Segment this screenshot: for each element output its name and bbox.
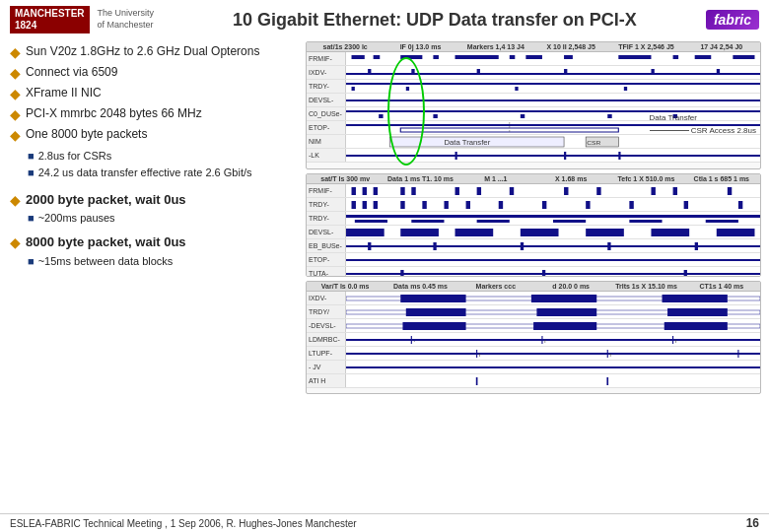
waveform-rows-3: IXDV- TRDY/ bbox=[307, 292, 760, 388]
wf1-col3: Markers 1,4 13 J4 bbox=[461, 43, 530, 50]
bullet-text-4: PCI-X mmrbc 2048 bytes 66 MHz bbox=[26, 105, 202, 122]
wrow-label-1-6: ETOP- bbox=[307, 121, 346, 134]
svg-rect-87 bbox=[607, 242, 610, 250]
svg-rect-65 bbox=[586, 201, 590, 209]
wf1-col4: X 10 II 2,548 J5 bbox=[536, 43, 605, 50]
wf2-col4: X 1.68 ms bbox=[536, 175, 605, 182]
svg-rect-14 bbox=[368, 69, 371, 73]
svg-rect-71 bbox=[411, 220, 444, 223]
diamond-icon-3: ◆ bbox=[10, 86, 21, 101]
diamond-icon-4: ◆ bbox=[10, 106, 21, 122]
wrow-1-4: DEVSL- bbox=[307, 94, 760, 107]
svg-rect-16 bbox=[477, 69, 480, 73]
sub-text-s3-1: ~15ms between data blocks bbox=[38, 254, 174, 269]
svg-rect-1 bbox=[352, 55, 365, 59]
manchester-logo: MANCHESTER 1824 bbox=[10, 6, 90, 33]
wrow-data-3-3 bbox=[346, 319, 760, 332]
wrow-1-2: IXDV- bbox=[307, 66, 760, 80]
waveform-block-2: sat/T ls 300 mv Data 1 ms T1. 10 ms M 1 … bbox=[306, 173, 761, 277]
footer: ESLEA-FABRIC Technical Meeting , 1 Sep 2… bbox=[0, 513, 769, 532]
wf1-col5: TFIF 1 X 2,546 J5 bbox=[611, 43, 680, 50]
sub-item-5-2: ■ 24.2 us data transfer effective rate 2… bbox=[28, 166, 296, 180]
diamond-icon-5: ◆ bbox=[10, 127, 21, 143]
wf3-col2: Data ms 0.45 ms bbox=[385, 283, 454, 290]
svg-text:Data Transfer: Data Transfer bbox=[444, 138, 490, 147]
svg-rect-88 bbox=[695, 242, 698, 250]
waveform-header-3: Var/T ls 0.0 ms Data ms 0.45 ms Markers … bbox=[307, 282, 760, 292]
waveform-block-3: Var/T ls 0.0 ms Data ms 0.45 ms Markers … bbox=[306, 281, 761, 394]
diamond-icon-1: ◆ bbox=[10, 44, 21, 60]
svg-rect-96 bbox=[531, 295, 596, 302]
svg-rect-81 bbox=[651, 229, 689, 236]
svg-rect-55 bbox=[728, 187, 732, 195]
svg-rect-45 bbox=[374, 187, 378, 195]
svg-rect-86 bbox=[521, 242, 524, 250]
sq-bullet-icon-5-2: ■ bbox=[28, 166, 35, 178]
wf2-col1: sat/T ls 300 mv bbox=[311, 175, 380, 182]
wf1-col1: sat/1s 2300 lc bbox=[311, 43, 380, 50]
svg-text:-: - bbox=[414, 338, 416, 344]
svg-rect-70 bbox=[355, 220, 387, 223]
svg-rect-78 bbox=[455, 229, 494, 236]
wrow-data-2-7 bbox=[346, 267, 760, 277]
sub-items-s3: ■ ~15ms between data blocks bbox=[28, 254, 296, 269]
svg-rect-57 bbox=[363, 201, 367, 209]
bullet-item-4: ◆ PCI-X mmrbc 2048 bytes 66 MHz bbox=[10, 105, 296, 122]
waveform-header-2: sat/T ls 300 mv Data 1 ms T1. 10 ms M 1 … bbox=[307, 174, 760, 184]
svg-rect-68 bbox=[738, 201, 742, 209]
wrow-1-1: FRMIF- bbox=[307, 52, 760, 66]
svg-rect-59 bbox=[400, 201, 404, 209]
wrow-data-3-7 bbox=[346, 374, 760, 387]
wrow-data-2-5 bbox=[346, 239, 760, 252]
wrow-label-1-7: NIM bbox=[307, 135, 346, 148]
sub-item-5-1: ■ 2.8us for CSRs bbox=[28, 149, 296, 164]
svg-rect-85 bbox=[433, 242, 436, 250]
svg-rect-8 bbox=[564, 55, 573, 59]
svg-rect-104 bbox=[533, 322, 596, 330]
bullet-item-s3: ◆ 8000 byte packet, wait 0us bbox=[10, 233, 296, 251]
svg-rect-30 bbox=[607, 114, 611, 118]
wrow-3-1: IXDV- bbox=[307, 292, 760, 305]
svg-rect-42 bbox=[618, 152, 620, 160]
svg-rect-105 bbox=[664, 322, 728, 330]
svg-rect-2 bbox=[374, 55, 381, 59]
svg-text:r: r bbox=[479, 352, 481, 358]
bullet-text-1: Sun V20z 1.8GHz to 2.6 GHz Dual Opterons bbox=[26, 43, 259, 60]
wrow-label-2-4: DEVSL- bbox=[307, 226, 346, 238]
svg-rect-75 bbox=[706, 220, 738, 223]
wf3-col6: CT1s 1 40 ms bbox=[687, 283, 756, 290]
svg-rect-69 bbox=[346, 215, 760, 218]
wrow-data-3-2 bbox=[346, 305, 760, 318]
wrow-label-2-7: TUTA- bbox=[307, 267, 346, 277]
wf3-col4: d 20.0 0 ms bbox=[536, 283, 605, 290]
svg-rect-56 bbox=[352, 201, 356, 209]
data-transfer-label: Data Transfer bbox=[650, 113, 756, 122]
svg-rect-12 bbox=[733, 55, 754, 59]
svg-rect-82 bbox=[717, 229, 755, 236]
wrow-label-1-1: FRMIF- bbox=[307, 52, 346, 65]
wrow-1-8: -LK bbox=[307, 149, 760, 163]
waveform-rows-2: FRMIF- bbox=[307, 184, 760, 277]
svg-text:CSR: CSR bbox=[587, 139, 600, 146]
svg-rect-66 bbox=[629, 201, 633, 209]
svg-rect-100 bbox=[536, 308, 596, 316]
wrow-label-1-5: C0_DUSe- bbox=[307, 107, 346, 120]
svg-rect-93 bbox=[684, 270, 687, 278]
wf2-col2: Data 1 ms T1. 10 ms bbox=[385, 175, 454, 182]
svg-rect-10 bbox=[673, 55, 679, 59]
svg-rect-41 bbox=[564, 152, 566, 160]
sub-text-s2-1: ~200ms pauses bbox=[38, 211, 115, 226]
diamond-icon-2: ◆ bbox=[10, 65, 21, 81]
wrow-label-3-5: LTUPF- bbox=[307, 347, 346, 360]
wrow-label-3-7: ATI H bbox=[307, 374, 346, 387]
wrow-label-3-3: -DEVSL- bbox=[307, 319, 346, 332]
svg-rect-91 bbox=[400, 270, 403, 278]
svg-rect-50 bbox=[510, 187, 514, 195]
svg-rect-95 bbox=[400, 295, 465, 302]
wrow-label-3-6: - JV bbox=[307, 361, 346, 373]
bullet-text-3: XFrame II NIC bbox=[26, 85, 102, 101]
right-panel: sat/1s 2300 lc IF 0j 13.0 ms Markers 1,4… bbox=[306, 37, 769, 524]
wrow-label-1-4: DEVSL- bbox=[307, 94, 346, 106]
wrow-3-7: ATI H bbox=[307, 374, 760, 388]
bullet-item-1: ◆ Sun V20z 1.8GHz to 2.6 GHz Dual Optero… bbox=[10, 43, 296, 60]
